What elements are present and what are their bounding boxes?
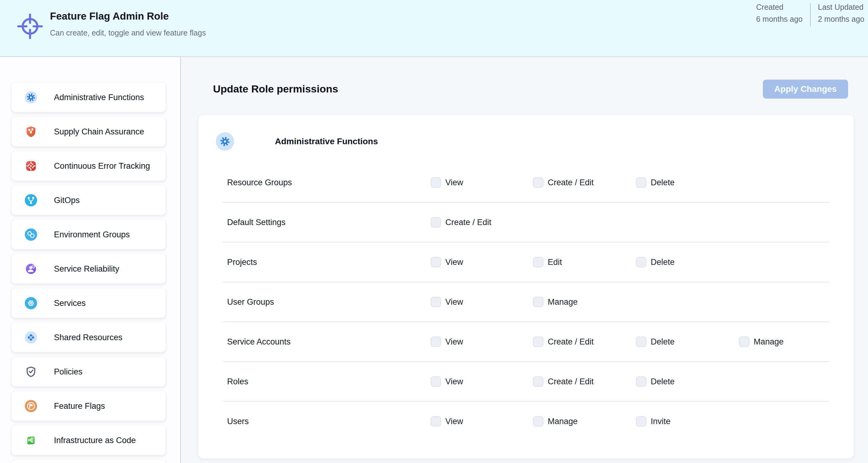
permission-cell-service-accounts-view: View xyxy=(431,336,463,347)
sidebar-item-gitops[interactable]: GitOps xyxy=(12,186,165,215)
sidebar-item-label: Infrastructure as Code xyxy=(54,436,136,445)
sidebar-item-shared-resources[interactable]: Shared Resources xyxy=(12,323,165,352)
checkbox-projects-view[interactable] xyxy=(431,257,441,267)
sidebar-item-partial[interactable] xyxy=(12,460,165,463)
shield-git-icon xyxy=(25,126,37,138)
sidebar-item-infrastructure-as-code[interactable]: Infrastructure as Code xyxy=(12,426,165,455)
permission-label[interactable]: View xyxy=(445,377,463,387)
checkbox-users-manage[interactable] xyxy=(533,416,544,427)
sidebar-item-service-reliability[interactable]: Service Reliability xyxy=(12,254,165,284)
permission-label[interactable]: Manage xyxy=(754,337,784,346)
checkbox-projects-edit[interactable] xyxy=(533,257,544,267)
main-content: Update Role permissions Apply Changes Ad… xyxy=(181,57,868,463)
checkbox-resource-groups-delete[interactable] xyxy=(636,177,646,188)
sidebar-item-label: Feature Flags xyxy=(54,401,105,411)
permission-cell-users-manage: Manage xyxy=(533,416,578,427)
permission-label[interactable]: Invite xyxy=(651,417,671,426)
permission-label[interactable]: View xyxy=(445,417,463,426)
checkbox-users-invite[interactable] xyxy=(636,416,646,427)
permission-label[interactable]: Edit xyxy=(548,258,562,267)
permission-label[interactable]: Create / Edit xyxy=(445,218,491,227)
checkbox-users-view[interactable] xyxy=(431,416,441,427)
gear-icon xyxy=(25,91,37,103)
permissions-section-title: Administrative Functions xyxy=(275,137,378,146)
checkbox-resource-groups-create-edit[interactable] xyxy=(533,177,544,188)
page-subtitle: Can create, edit, toggle and view featur… xyxy=(50,29,206,37)
role-crosshair-icon xyxy=(16,12,44,40)
permission-row-users: Users View Manage Invite xyxy=(198,401,854,441)
permission-label[interactable]: View xyxy=(445,297,463,307)
permission-cell-user-groups-view: View xyxy=(431,297,463,307)
permission-cell-users-view: View xyxy=(431,416,463,427)
sidebar-item-label: Shared Resources xyxy=(54,333,123,342)
permissions-card: Administrative Functions Resource Groups… xyxy=(198,115,854,458)
updated-meta: Last Updated 2 months ago xyxy=(818,3,865,23)
circuit-icon xyxy=(25,434,37,447)
checkbox-roles-delete[interactable] xyxy=(636,376,646,387)
permission-label[interactable]: Delete xyxy=(651,377,675,387)
sidebar-item-label: Environment Groups xyxy=(54,230,130,239)
sidebar-item-label: Services xyxy=(54,299,86,308)
sidebar-item-label: Service Reliability xyxy=(54,264,119,274)
meta-divider xyxy=(810,3,811,26)
sidebar-item-environment-groups[interactable]: Environment Groups xyxy=(12,220,165,249)
permission-label[interactable]: Delete xyxy=(651,258,675,267)
sidebar-item-feature-flags[interactable]: Feature Flags xyxy=(12,391,165,421)
error-target-icon xyxy=(25,160,37,172)
sidebar-item-policies[interactable]: Policies xyxy=(12,357,165,387)
sidebar-item-administrative-functions[interactable]: Administrative Functions xyxy=(12,83,165,112)
created-value: 6 months ago xyxy=(756,15,803,23)
permission-label[interactable]: Create / Edit xyxy=(548,377,594,387)
permission-cell-resource-groups-delete: Delete xyxy=(636,177,675,188)
checkbox-service-accounts-delete[interactable] xyxy=(636,336,646,347)
permission-label[interactable]: View xyxy=(445,258,463,267)
checkbox-service-accounts-create-edit[interactable] xyxy=(533,336,544,347)
sidebar-item-label: GitOps xyxy=(54,196,80,205)
checkbox-service-accounts-manage[interactable] xyxy=(739,336,749,347)
checkbox-projects-delete[interactable] xyxy=(636,257,646,267)
permission-row-default-settings: Default Settings Create / Edit xyxy=(198,202,854,242)
sidebar-item-label: Supply Chain Assurance xyxy=(54,127,144,137)
resource-name: Default Settings xyxy=(227,218,286,227)
permission-label[interactable]: Create / Edit xyxy=(548,337,594,346)
permission-label[interactable]: Create / Edit xyxy=(548,178,594,188)
permission-cell-roles-view: View xyxy=(431,376,463,387)
checkbox-default-settings-create-edit[interactable] xyxy=(431,217,441,228)
checkbox-user-groups-manage[interactable] xyxy=(533,297,544,307)
apply-changes-button[interactable]: Apply Changes xyxy=(763,79,848,99)
permission-label[interactable]: Delete xyxy=(651,178,675,188)
permission-row-user-groups: User Groups View Manage xyxy=(198,282,854,322)
sidebar-item-continuous-error-tracking[interactable]: Continuous Error Tracking xyxy=(12,151,165,181)
permission-label[interactable]: Manage xyxy=(548,297,578,307)
permission-cell-default-settings-create-edit: Create / Edit xyxy=(431,217,491,228)
sidebar-item-supply-chain-assurance[interactable]: Supply Chain Assurance xyxy=(12,117,165,146)
permission-cell-roles-delete: Delete xyxy=(636,376,675,387)
permission-cell-user-groups-manage: Manage xyxy=(533,297,578,307)
resource-name: Roles xyxy=(227,377,248,387)
sidebar-item-services[interactable]: Services xyxy=(12,289,165,318)
resource-name: Resource Groups xyxy=(227,178,292,188)
checkbox-resource-groups-view[interactable] xyxy=(431,177,441,188)
checkbox-roles-view[interactable] xyxy=(431,376,441,387)
gear-icon xyxy=(216,132,234,151)
permission-label[interactable]: View xyxy=(445,337,463,346)
flag-icon xyxy=(25,400,37,412)
permission-label[interactable]: Delete xyxy=(651,337,675,346)
permission-cell-service-accounts-manage: Manage xyxy=(739,336,784,347)
updated-value: 2 months ago xyxy=(818,15,865,23)
diamond-grid-icon xyxy=(25,331,37,343)
created-meta: Created 6 months ago xyxy=(756,3,803,23)
checkbox-service-accounts-view[interactable] xyxy=(431,336,441,347)
permission-cell-resource-groups-view: View xyxy=(431,177,463,188)
created-label: Created xyxy=(756,3,803,11)
permission-label[interactable]: View xyxy=(445,178,463,188)
permission-label[interactable]: Manage xyxy=(548,417,578,426)
checkbox-roles-create-edit[interactable] xyxy=(533,376,544,387)
checkbox-user-groups-view[interactable] xyxy=(431,297,441,307)
permission-cell-roles-create-edit: Create / Edit xyxy=(533,376,594,387)
shield-check-icon xyxy=(25,366,37,378)
permission-row-projects: Projects View Edit Delete xyxy=(198,242,854,282)
permission-cell-service-accounts-create-edit: Create / Edit xyxy=(533,336,594,347)
sidebar-item-label: Administrative Functions xyxy=(54,93,144,102)
permission-row-resource-groups: Resource Groups View Create / Edit Delet… xyxy=(198,163,854,202)
